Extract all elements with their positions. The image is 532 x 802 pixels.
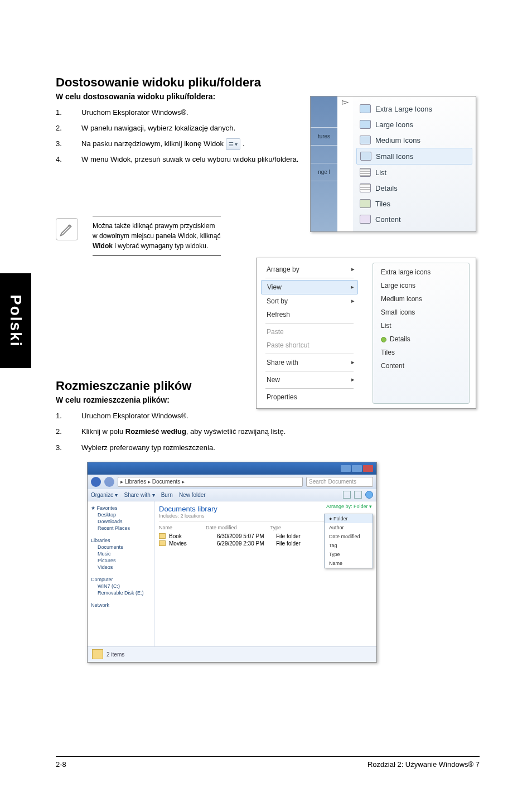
col-type[interactable]: Type <box>270 525 282 530</box>
view-tiles[interactable]: Tiles <box>356 196 472 211</box>
address-bar-row: ▸ Libraries ▸ Documents ▸ Search Documen… <box>88 475 376 489</box>
organize-button[interactable]: Organize ▾ <box>91 492 118 498</box>
nav-drive-c[interactable]: WIN7 (C:) <box>91 583 151 590</box>
sub-tiles[interactable]: Tiles <box>375 346 467 359</box>
section-customize-view: Dostosowanie widoku pliku/foldera W celu… <box>56 75 301 256</box>
view-details[interactable]: Details <box>356 180 472 196</box>
sub-list[interactable]: List <box>375 319 467 332</box>
view-icon[interactable] <box>343 491 351 499</box>
back-button[interactable] <box>91 477 101 487</box>
chevron-right-icon: ▸ <box>351 359 355 366</box>
nav-recent[interactable]: Recent Places <box>91 525 151 532</box>
section1-subhead: W celu dostosowania widoku pliku/foldera… <box>56 92 301 101</box>
view-medium-icons[interactable]: Medium Icons <box>356 132 472 148</box>
sub-content[interactable]: Content <box>375 359 467 373</box>
menu-label: Tiles <box>375 200 390 208</box>
view-toolbar-icon: ☰ ▾ <box>226 138 241 150</box>
step-2: 2. W panelu nawigacji, wybierz lokalizac… <box>56 122 301 134</box>
ctx-view[interactable]: View▸ <box>261 280 358 294</box>
nav-documents[interactable]: Documents <box>91 544 151 550</box>
folder-icon <box>159 540 166 546</box>
ctx-label: Sort by <box>267 297 288 305</box>
sub-extra-large[interactable]: Extra large icons <box>375 265 467 279</box>
view-panel-left-strip: tures nge l <box>311 96 337 231</box>
step-text: Kliknij w polu Rozmieść według, aby wyśw… <box>81 426 480 438</box>
arr-folder[interactable]: Folder <box>325 514 373 523</box>
nav-desktop[interactable]: Desktop <box>91 511 151 518</box>
arr-date[interactable]: Date modified <box>325 532 373 541</box>
col-name[interactable]: Name <box>159 525 172 530</box>
arrange-by-menu[interactable]: Folder Author Date modified Tag Type Nam… <box>324 514 373 568</box>
view-submenu[interactable]: Extra large icons Large icons Medium ico… <box>373 263 470 404</box>
arr-tag[interactable]: Tag <box>325 541 373 550</box>
nav-libraries[interactable]: Libraries <box>91 537 151 544</box>
close-button[interactable] <box>363 465 373 472</box>
nav-videos[interactable]: Videos <box>91 564 151 571</box>
view-small-icons[interactable]: Small Icons <box>356 148 472 165</box>
explorer-body: ★ Favorites Desktop Downloads Recent Pla… <box>88 501 376 646</box>
nav-drive-e[interactable]: Removable Disk (E:) <box>91 590 151 596</box>
view-large-icons[interactable]: Large Icons <box>356 117 472 132</box>
step-num: 3. <box>56 442 81 454</box>
t0: Kliknij w polu <box>81 427 125 436</box>
nav-music[interactable]: Music <box>91 550 151 557</box>
nav-downloads[interactable]: Downloads <box>91 518 151 525</box>
titlebar[interactable] <box>88 462 376 475</box>
step-3: 3. Na pasku narzędziowym, kliknij ikonę … <box>56 138 301 150</box>
note-part1: Można także kliknąć prawym przyciskiem w… <box>93 222 220 240</box>
sub-small[interactable]: Small icons <box>375 306 467 319</box>
maximize-button[interactable] <box>352 465 362 472</box>
col-date[interactable]: Date modified <box>206 525 237 530</box>
view-content[interactable]: Content <box>356 211 472 227</box>
window-buttons[interactable] <box>341 465 373 472</box>
note-icon-wrap <box>56 216 93 240</box>
sub-large[interactable]: Large icons <box>375 279 467 292</box>
help-icon[interactable] <box>365 491 373 499</box>
arr-type[interactable]: Type <box>325 550 373 559</box>
arr-author[interactable]: Author <box>325 523 373 532</box>
s2-step-2: 2. Kliknij w polu Rozmieść według, aby w… <box>56 426 480 438</box>
view-extra-large-icons[interactable]: Extra Large Icons <box>356 101 472 117</box>
step-num: 1. <box>56 107 81 119</box>
ctx-label: New <box>267 376 280 384</box>
minimize-button[interactable] <box>341 465 351 472</box>
content-pane[interactable]: Documents library Includes: 2 locations … <box>154 501 376 646</box>
view-list[interactable]: List <box>356 165 472 180</box>
step-text: Uruchom Eksplorator Windows®. <box>81 410 480 422</box>
step-num: 1. <box>56 410 81 422</box>
preview-pane-icon[interactable] <box>354 491 362 499</box>
ctx-refresh[interactable]: Refresh <box>261 308 358 321</box>
nav-pictures[interactable]: Pictures <box>91 557 151 564</box>
ctx-properties[interactable]: Properties <box>261 390 358 404</box>
ctx-arrange-by[interactable]: Arrange by▸ <box>261 263 358 276</box>
chevron-right-icon: ▸ <box>351 283 354 291</box>
forward-button[interactable] <box>104 477 114 487</box>
ctx-new[interactable]: New▸ <box>261 373 358 386</box>
step-num: 2. <box>56 426 81 438</box>
ctx-sort-by[interactable]: Sort by▸ <box>261 294 358 308</box>
context-menu[interactable]: Arrange by▸ View▸ Sort by▸ Refresh Paste… <box>261 263 358 404</box>
sub-details[interactable]: Details <box>375 332 467 346</box>
new-folder-button[interactable]: New folder <box>179 492 206 498</box>
slider-arrow[interactable]: ▻ <box>337 96 353 231</box>
nav-pane[interactable]: ★ Favorites Desktop Downloads Recent Pla… <box>88 501 154 646</box>
burn-button[interactable]: Burn <box>161 492 173 498</box>
arr-name[interactable]: Name <box>325 559 373 568</box>
nav-favorites[interactable]: ★ Favorites <box>91 505 151 511</box>
nav-network[interactable]: Network <box>91 602 151 608</box>
ctx-share-with[interactable]: Share with▸ <box>261 356 358 369</box>
step-text: Wybierz preferowany typ rozmieszczenia. <box>81 442 480 454</box>
extra-large-icons-icon <box>360 104 371 113</box>
share-with-button[interactable]: Share with ▾ <box>124 492 154 498</box>
nav-computer[interactable]: Computer <box>91 576 151 583</box>
item-date: 6/30/2009 5:07 PM <box>217 533 273 539</box>
search-input[interactable]: Search Documents <box>306 477 373 487</box>
sub-medium[interactable]: Medium icons <box>375 292 467 306</box>
note-bold: Widok <box>93 242 113 250</box>
step-text: W panelu nawigacji, wybierz lokalizację … <box>81 122 301 134</box>
view-style-menu[interactable]: Extra Large Icons Large Icons Medium Ico… <box>353 96 476 231</box>
strip-cell <box>311 181 337 212</box>
breadcrumb[interactable]: ▸ Libraries ▸ Documents ▸ <box>118 477 303 487</box>
arrange-by-field[interactable]: Arrange by: Folder ▾ <box>326 504 372 509</box>
chapter-title: Rozdział 2: Używanie Windows® 7 <box>367 760 480 769</box>
